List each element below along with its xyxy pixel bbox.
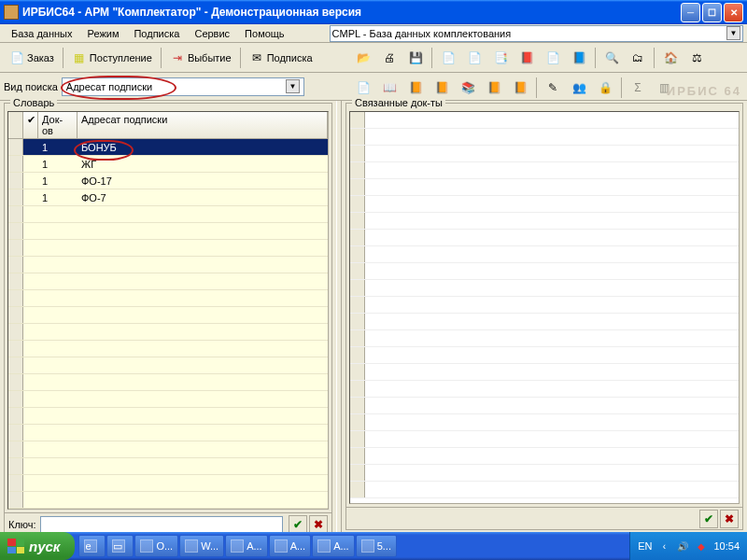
tool-print[interactable]: 🖨 [377, 47, 402, 69]
table-row-empty[interactable] [8, 307, 328, 324]
tab-subscription[interactable]: ✉ Подписка [245, 47, 317, 69]
dropdown-icon[interactable]: ▼ [286, 79, 300, 93]
clock[interactable]: 10:54 [713, 540, 740, 552]
related-docs-grid[interactable] [349, 111, 740, 504]
dictionary-grid[interactable]: ✔ Док-ов Адресат подписки 1БОНУБ1ЖГ1ФО-1… [7, 111, 329, 510]
tool-open[interactable]: 📂 [351, 47, 375, 69]
table-row-empty[interactable] [8, 374, 328, 391]
table-row-empty[interactable] [350, 448, 739, 465]
table-row-empty[interactable] [350, 246, 739, 263]
table-row-empty[interactable] [8, 206, 328, 223]
tool-lock[interactable]: 🔒 [593, 77, 617, 99]
tool-home[interactable]: 🏠 [658, 47, 683, 69]
database-selector[interactable]: CMPL - База данных комплектования ▼ [330, 25, 743, 42]
tool-doc3[interactable]: 📕 [514, 47, 539, 69]
table-row-empty[interactable] [8, 324, 328, 341]
dropdown-icon[interactable]: ▼ [726, 26, 740, 40]
quick-launch-ie[interactable]: e [78, 535, 106, 557]
table-row-empty[interactable] [8, 223, 328, 240]
right-accept-button[interactable]: ✔ [699, 510, 718, 528]
minimize-button[interactable]: ─ [681, 3, 700, 22]
table-row-empty[interactable] [350, 297, 739, 314]
tool-balance[interactable]: ⚖ [684, 47, 709, 69]
table-row[interactable]: 1ФО-7 [8, 189, 328, 206]
table-row-empty[interactable] [350, 129, 739, 146]
nav-b5[interactable]: 📙 [508, 77, 532, 99]
tool-sum[interactable]: Σ [626, 77, 650, 99]
table-row-empty[interactable] [8, 475, 328, 492]
col-name[interactable]: Адресат подписки [78, 112, 328, 138]
nav-b4[interactable]: 📙 [482, 77, 506, 99]
key-accept-button[interactable]: ✔ [289, 515, 307, 534]
table-row-empty[interactable] [8, 441, 328, 458]
taskbar-app[interactable]: А... [269, 535, 312, 557]
tool-chart[interactable]: ▥ [652, 77, 676, 99]
table-row-empty[interactable] [350, 330, 739, 347]
table-row-empty[interactable] [350, 414, 739, 431]
start-button[interactable]: пуск [0, 532, 75, 560]
tool-card[interactable]: 🗂 [626, 47, 650, 69]
tray-shield-icon[interactable]: ◆ [695, 539, 708, 553]
tool-edit[interactable]: ✎ [541, 77, 565, 99]
tool-users[interactable]: 👥 [567, 77, 591, 99]
table-row[interactable]: 1ФО-17 [8, 173, 328, 189]
key-cancel-button[interactable]: ✖ [309, 515, 328, 534]
nav-b2[interactable]: 📙 [430, 77, 454, 99]
menu-help[interactable]: Помощь [237, 26, 292, 41]
menu-subscription[interactable]: Подписка [126, 26, 187, 41]
table-row-empty[interactable] [350, 146, 739, 162]
table-row-empty[interactable] [350, 465, 739, 482]
table-row-empty[interactable] [350, 162, 739, 179]
table-row-empty[interactable] [350, 213, 739, 230]
tab-order[interactable]: 📄 Заказ [5, 47, 59, 69]
tool-doc2[interactable]: 📄 [462, 47, 486, 69]
tool-doc1[interactable]: 📄 [436, 47, 460, 69]
tab-arrival[interactable]: ▦ Поступление [67, 47, 157, 69]
taskbar-app[interactable]: А... [312, 535, 355, 557]
table-row-empty[interactable] [8, 425, 328, 441]
table-row-empty[interactable] [8, 492, 328, 509]
quick-launch-desktop[interactable]: ▭ [106, 535, 134, 557]
tool-view[interactable]: 🔍 [599, 47, 624, 69]
table-row[interactable]: 1ЖГ [8, 156, 328, 173]
table-row-empty[interactable] [8, 240, 328, 257]
maximize-button[interactable]: ☐ [702, 3, 722, 22]
table-row-empty[interactable] [350, 364, 739, 381]
table-row-empty[interactable] [350, 179, 739, 196]
table-row[interactable]: 1БОНУБ [8, 139, 328, 156]
taskbar-app[interactable]: А... [225, 535, 268, 557]
table-row-empty[interactable] [350, 398, 739, 414]
tool-doc5[interactable]: 📘 [567, 47, 591, 69]
tab-disposal[interactable]: ⇥ Выбытие [165, 47, 236, 69]
menu-database[interactable]: База данных [4, 26, 80, 41]
table-row-empty[interactable] [350, 314, 739, 330]
table-row-empty[interactable] [350, 112, 739, 129]
language-indicator[interactable]: EN [638, 540, 652, 552]
table-row-empty[interactable] [350, 347, 739, 364]
table-row-empty[interactable] [8, 408, 328, 425]
tray-chevron-icon[interactable]: ‹ [657, 539, 670, 553]
menu-mode[interactable]: Режим [80, 26, 127, 41]
table-row-empty[interactable] [350, 263, 739, 280]
table-row-empty[interactable] [350, 482, 739, 498]
grid-body[interactable] [350, 112, 739, 503]
key-input[interactable] [40, 516, 283, 533]
table-row-empty[interactable] [8, 458, 328, 475]
tool-copy[interactable]: 📑 [488, 47, 513, 69]
table-row-empty[interactable] [8, 357, 328, 374]
nav-b1[interactable]: 📙 [403, 77, 428, 99]
nav-first[interactable]: 📄 [351, 77, 375, 99]
col-check[interactable]: ✔ [23, 112, 38, 138]
search-type-combo[interactable]: Адресат подписки ▼ [62, 77, 304, 96]
taskbar-app[interactable]: О... [134, 535, 178, 557]
taskbar-app[interactable]: W... [179, 535, 224, 557]
table-row-empty[interactable] [8, 273, 328, 290]
tool-doc4[interactable]: 📄 [541, 47, 565, 69]
close-button[interactable]: ✕ [724, 3, 743, 22]
table-row-empty[interactable] [8, 341, 328, 357]
grid-body[interactable]: 1БОНУБ1ЖГ1ФО-171ФО-7 [8, 139, 328, 509]
menu-service[interactable]: Сервис [187, 26, 237, 41]
right-cancel-button[interactable]: ✖ [720, 510, 739, 528]
table-row-empty[interactable] [8, 391, 328, 408]
taskbar-app[interactable]: 5... [356, 535, 397, 557]
